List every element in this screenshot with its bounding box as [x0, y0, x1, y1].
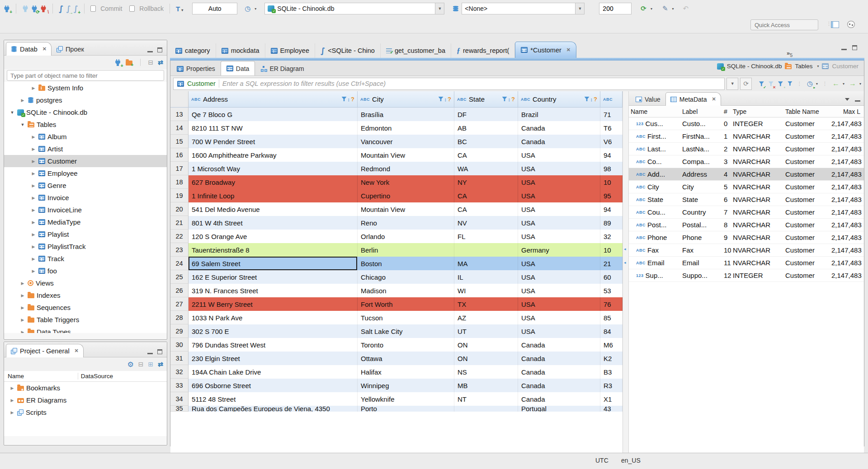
- max-button[interactable]: [157, 47, 162, 52]
- column-header-num[interactable]: #: [722, 108, 731, 115]
- cell-postalcode[interactable]: 84: [600, 324, 623, 338]
- editor-tab[interactable]: category ✕: [170, 43, 216, 58]
- tab-overflow-button[interactable]: »5: [783, 50, 796, 58]
- schema-combo[interactable]: <None> ▼: [462, 3, 585, 14]
- cell-city[interactable]: Ottawa: [358, 352, 454, 365]
- panel-menu-icon[interactable]: [845, 98, 849, 101]
- cell-country[interactable]: USA: [518, 257, 600, 270]
- custom-filter-icon[interactable]: [788, 81, 793, 86]
- cell-address[interactable]: 302 S 700 E: [189, 324, 358, 338]
- table-row[interactable]: 25 162 E Superior Street Chicago IL USA …: [170, 270, 623, 284]
- perspective-icon[interactable]: [831, 21, 839, 28]
- column-filter-icon[interactable]: [585, 97, 590, 102]
- connect-icon[interactable]: [22, 5, 28, 12]
- cell-country[interactable]: Portugal: [518, 406, 600, 412]
- cell-city[interactable]: Edmonton: [358, 121, 454, 135]
- tree-expand-arrow-icon[interactable]: ▶: [31, 269, 36, 273]
- cell-city[interactable]: Reno: [358, 216, 454, 230]
- row-number-cell[interactable]: 15: [170, 135, 189, 148]
- tree-item[interactable]: ▶ Artist: [4, 143, 167, 155]
- cell-country[interactable]: Brazil: [518, 108, 600, 121]
- editor-tab[interactable]: mockdata ✕: [216, 43, 265, 58]
- editor-tab[interactable]: Employee ✕: [265, 43, 315, 58]
- cell-state[interactable]: CA: [454, 148, 518, 162]
- cell-country[interactable]: USA: [518, 297, 600, 311]
- tree-expand-arrow-icon[interactable]: ▶: [31, 183, 36, 188]
- cell-country[interactable]: Canada: [518, 338, 600, 352]
- cell-address[interactable]: 1 Microsoft Way: [189, 162, 358, 175]
- cell-address[interactable]: 1 Infinite Loop: [189, 189, 358, 202]
- metadata-row[interactable]: ABCFirst... FirstNa... 1 NVARCHAR Custom…: [629, 130, 864, 143]
- expand-all-icon[interactable]: [148, 360, 154, 368]
- column-header-name[interactable]: Name: [629, 108, 680, 115]
- cell-address[interactable]: 700 W Pender Street: [189, 135, 358, 148]
- filter-input[interactable]: Customer Enter a SQL expression to filte…: [173, 78, 725, 90]
- cell-country[interactable]: USA: [518, 230, 600, 243]
- row-number-cell[interactable]: 13: [170, 108, 189, 121]
- new-folder-icon[interactable]: [126, 61, 132, 66]
- table-row[interactable]: 17 1 Microsoft Way Redmond WA USA 98: [170, 162, 623, 175]
- table-row[interactable]: 29 302 S 700 E Salt Lake City UT USA 84: [170, 324, 623, 338]
- cell-city[interactable]: Boston: [358, 257, 454, 270]
- cell-postalcode[interactable]: R3: [600, 379, 623, 392]
- cell-address[interactable]: 162 E Superior Street: [189, 270, 358, 284]
- column-filter-icon[interactable]: [502, 97, 507, 102]
- cell-city[interactable]: Chicago: [358, 270, 454, 284]
- row-number-cell[interactable]: 35: [170, 406, 189, 412]
- connection-combo[interactable]: SQLite - Chinook.db ▼: [264, 3, 444, 14]
- cell-country[interactable]: Germany: [518, 243, 600, 257]
- table-row[interactable]: 20 541 Del Medio Avenue Mountain View CA…: [170, 202, 623, 216]
- row-number-cell[interactable]: 34: [170, 392, 189, 406]
- cell-country[interactable]: USA: [518, 202, 600, 216]
- cell-country[interactable]: Canada: [518, 121, 600, 135]
- cell-city[interactable]: Porto: [358, 406, 454, 412]
- sql-editor-icon[interactable]: [59, 4, 63, 13]
- result-subtab[interactable]: Data: [221, 61, 255, 75]
- cell-address[interactable]: 796 Dundas Street West: [189, 338, 358, 352]
- tree-item[interactable]: ▶ Track: [4, 253, 167, 265]
- min-button[interactable]: [147, 350, 153, 354]
- link-editor-icon[interactable]: [158, 360, 163, 368]
- tree-item[interactable]: ▶ Playlist: [4, 228, 167, 240]
- tree-expand-arrow-icon[interactable]: ▶: [9, 398, 15, 403]
- cell-city[interactable]: Orlando: [358, 230, 454, 243]
- tree-expand-arrow-icon[interactable]: ▶: [20, 98, 25, 103]
- cell-state[interactable]: [454, 406, 518, 412]
- column-help-icon[interactable]: ?: [448, 96, 451, 103]
- tree-expand-arrow-icon[interactable]: ▶: [31, 159, 36, 164]
- tree-expand-arrow-icon[interactable]: ▶: [31, 257, 36, 261]
- cell-state[interactable]: FL: [454, 230, 518, 243]
- tree-item[interactable]: ▶ Indexes: [4, 289, 167, 301]
- cell-address[interactable]: 5112 48 Street: [189, 392, 358, 406]
- tab-database-navigator[interactable]: Datab ✕: [6, 42, 52, 56]
- row-number-cell[interactable]: 31: [170, 352, 189, 365]
- cell-postalcode[interactable]: 76: [600, 297, 623, 311]
- cell-state[interactable]: UT: [454, 324, 518, 338]
- cell-postalcode[interactable]: K2: [600, 352, 623, 365]
- fetch-size-input[interactable]: [599, 3, 632, 14]
- cell-city[interactable]: Berlin: [358, 243, 454, 257]
- tree-expand-arrow-icon[interactable]: ▼: [9, 110, 15, 115]
- grid-vertical-scrollbar[interactable]: ◂ ◂: [623, 91, 629, 469]
- row-number-header[interactable]: [170, 91, 189, 107]
- cell-postalcode[interactable]: 32: [600, 230, 623, 243]
- column-header-type[interactable]: Type: [731, 108, 783, 115]
- table-row[interactable]: 30 796 Dundas Street West Toronto ON Can…: [170, 338, 623, 352]
- cell-state[interactable]: TX: [454, 297, 518, 311]
- cell-address[interactable]: 1033 N Park Ave: [189, 311, 358, 324]
- cell-country[interactable]: Canada: [518, 135, 600, 148]
- row-number-cell[interactable]: 25: [170, 270, 189, 284]
- nav-back-icon[interactable]: ←: [832, 80, 840, 88]
- tree-expand-arrow-icon[interactable]: ▼: [20, 122, 25, 127]
- rollback-icon[interactable]: [129, 5, 135, 12]
- table-row[interactable]: 18 627 Broadway New York NY USA 10: [170, 175, 623, 189]
- cell-country[interactable]: Canada: [518, 365, 600, 379]
- editor-tab[interactable]: <SQLite - Chino ✕: [315, 43, 381, 58]
- tree-item[interactable]: ▶ Album: [4, 131, 167, 143]
- table-row[interactable]: 13 Qe 7 Bloco G Brasília DF Brazil 71: [170, 108, 623, 121]
- cell-city[interactable]: Fort Worth: [358, 297, 454, 311]
- column-help-icon[interactable]: ?: [511, 96, 515, 103]
- row-number-cell[interactable]: 21: [170, 216, 189, 230]
- cell-city[interactable]: Salt Lake City: [358, 324, 454, 338]
- cell-city[interactable]: Tucson: [358, 311, 454, 324]
